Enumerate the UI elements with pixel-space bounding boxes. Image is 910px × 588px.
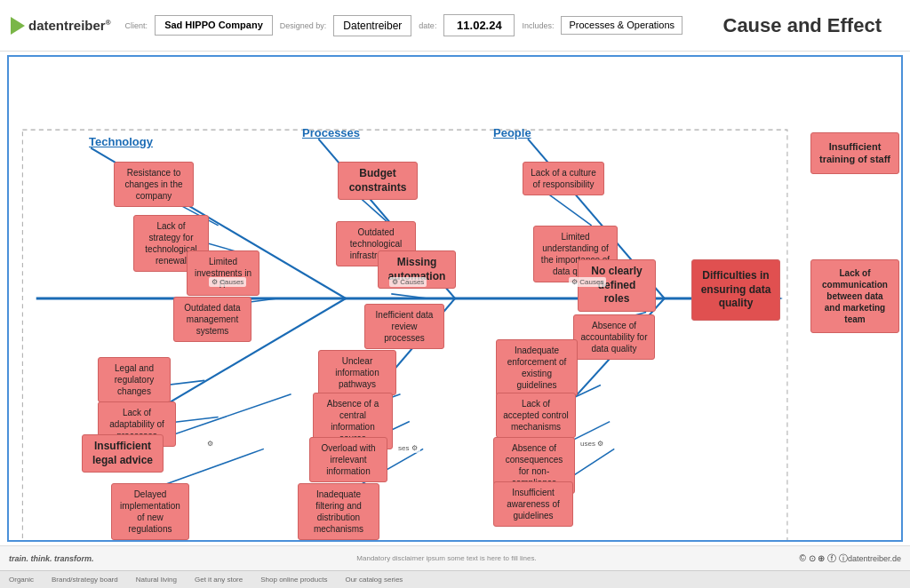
diagram-area: Technology Processes People Environment … xyxy=(7,55,903,542)
sub-footer: Organic Brand/strategy board Natural liv… xyxy=(0,570,910,588)
client-label: Client: xyxy=(125,21,148,30)
tech-note-1: Resistance to changes in the company xyxy=(114,162,194,207)
causes-badge-1: ⚙ Causes xyxy=(209,277,246,287)
main-effect: Difficulties in ensuring data quality xyxy=(691,259,780,321)
causes-badge-6: uses ⚙ xyxy=(578,439,606,449)
footer-icons: © ⊙ ⊕ ⓕ ⓘ xyxy=(799,552,847,565)
sub-item-5: Shop online products xyxy=(260,576,327,584)
designed-by-label: Designed by: xyxy=(280,21,327,30)
technology-label: Technology xyxy=(89,135,153,148)
pol-note-2: Lack of accepted control mechanisms xyxy=(496,393,576,438)
page: datentreiber® Client: Sad HIPPO Company … xyxy=(0,0,910,588)
people-label: People xyxy=(493,126,531,139)
svg-line-14 xyxy=(391,294,427,298)
sub-item-3: Natural living xyxy=(136,576,177,584)
includes-label: Includes: xyxy=(522,21,554,30)
footer-tagline: train. think. transform. xyxy=(9,554,94,563)
right-label-top: Insufficient training of staff xyxy=(810,132,899,174)
causes-badge-3: ⚙ Causes xyxy=(569,277,606,287)
date-label: date: xyxy=(419,21,436,30)
designed-by-field: Datentreiber xyxy=(333,15,411,36)
right-label-bottom: Lack of communication between data and m… xyxy=(810,259,899,333)
comm-note-1: Unclear information pathways xyxy=(318,350,396,395)
sub-item-6: Our catalog series xyxy=(345,576,403,584)
people-note-1: Lack of a culture of responsibility xyxy=(523,162,604,195)
pol-note-4: Insufficient awareness of guidelines xyxy=(493,481,573,527)
env-note-3: Insufficient legal advice xyxy=(82,434,164,473)
tech-note-3: Limited investments in IT xyxy=(187,250,259,296)
page-title: Cause and Effect xyxy=(723,14,900,37)
sub-item-1: Organic xyxy=(9,576,34,584)
logo: datentreiber® xyxy=(11,17,111,35)
causes-badge-5: ses ⚙ xyxy=(395,443,420,453)
tech-note-4: Outdated data management systems xyxy=(173,297,251,342)
proc-note-4: Inefficient data review processes xyxy=(364,304,444,349)
pol-note-1: Inadequate enforcement of existing guide… xyxy=(496,339,578,396)
header: datentreiber® Client: Sad HIPPO Company … xyxy=(0,0,910,52)
sub-item-2: Brand/strategy board xyxy=(52,576,118,584)
env-note-4: Delayed implementation of new regulation… xyxy=(111,483,189,540)
client-field: Sad HIPPO Company xyxy=(155,15,273,36)
date-field: 11.02.24 xyxy=(443,14,515,36)
causes-badge-2: ⚙ Causes xyxy=(389,277,427,287)
proc-note-1: Budget constraints xyxy=(338,162,418,200)
processes-label: Processes xyxy=(302,126,360,139)
people-note-4: Absence of accountability for data quali… xyxy=(573,314,655,360)
env-note-1: Legal and regulatory changes xyxy=(98,357,171,402)
footer-legal: Mandatory disclaimer ipsum some text is … xyxy=(356,554,536,562)
footer: train. think. transform. Mandatory discl… xyxy=(0,545,910,570)
footer-website: datentreiber.de xyxy=(848,554,901,563)
causes-badge-4: ⚙ xyxy=(204,439,216,449)
comm-note-4: Inadequate filtering and distribution me… xyxy=(298,483,379,540)
comm-note-3: Overload with irrelevant information xyxy=(309,437,387,482)
logo-text: datentreiber® xyxy=(28,18,111,33)
sub-item-4: Get it any store xyxy=(195,576,243,584)
includes-field: Processes & Operations xyxy=(561,16,682,35)
logo-arrow-icon xyxy=(11,17,25,35)
